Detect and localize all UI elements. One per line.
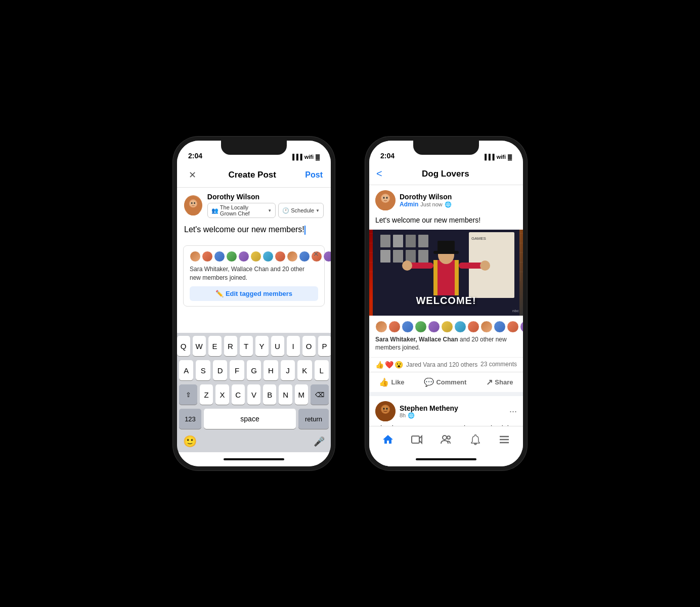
svg-point-38 xyxy=(386,408,388,410)
key-C[interactable]: C xyxy=(232,384,245,405)
post-text-area[interactable]: Let's welcome our new members! xyxy=(177,223,331,243)
time-left: 2:04 xyxy=(188,152,202,160)
share-label: Share xyxy=(495,378,513,386)
svg-rect-28 xyxy=(433,251,459,254)
keyboard-row-1: Q W E R T Y U I O P xyxy=(179,336,329,356)
dropdown-arrow: ▼ xyxy=(268,208,272,213)
key-B[interactable]: B xyxy=(263,384,276,405)
edit-members-label: Edit tagged members xyxy=(226,290,292,297)
schedule-label: Schedule xyxy=(291,207,314,213)
action-row: 👍 Like 💬 Comment ↗ Share xyxy=(369,372,523,392)
key-X[interactable]: X xyxy=(215,384,229,405)
key-F[interactable]: F xyxy=(230,360,244,380)
svg-rect-39 xyxy=(412,436,419,443)
members-close-button[interactable]: ✕ xyxy=(313,250,319,258)
svg-rect-27 xyxy=(438,241,455,252)
post-1-avatar xyxy=(375,190,396,210)
key-G[interactable]: G xyxy=(247,360,261,380)
nav-video[interactable] xyxy=(407,429,427,450)
key-D[interactable]: D xyxy=(213,360,227,380)
key-E[interactable]: E xyxy=(208,336,222,356)
post-2-meta: Stephen Metheny 8h 🌐 xyxy=(400,404,505,419)
like-button[interactable]: 👍 Like xyxy=(374,374,409,390)
members-avatars: ••• xyxy=(190,251,318,262)
member-avatar-7 xyxy=(262,251,274,262)
key-Q[interactable]: Q xyxy=(177,336,190,356)
key-W[interactable]: W xyxy=(193,336,206,356)
key-U[interactable]: U xyxy=(271,336,284,356)
feed-header: < Dog Lovers xyxy=(369,163,523,185)
keyboard-row-2: A S D F G H J K L xyxy=(179,360,329,380)
group-tag[interactable]: 👥 The Locally Grown Chef ▼ xyxy=(207,203,276,218)
post-time: Just now xyxy=(420,201,442,207)
close-button[interactable]: ✕ xyxy=(185,168,199,182)
key-J[interactable]: J xyxy=(281,360,295,380)
group-icon: 👥 xyxy=(211,207,218,214)
status-icons-right: ▐▐▐ wifi ▓ xyxy=(483,154,512,160)
edit-members-button[interactable]: ✏️ Edit tagged members xyxy=(190,286,318,301)
post-button[interactable]: Post xyxy=(305,170,323,180)
key-L[interactable]: L xyxy=(315,360,329,380)
key-N[interactable]: N xyxy=(279,384,292,405)
schedule-tag[interactable]: 🕐 Schedule ▼ xyxy=(278,203,324,218)
space-key[interactable]: space xyxy=(204,409,296,429)
signal-icon-right: ▐▐▐ xyxy=(483,154,494,160)
pencil-icon: ✏️ xyxy=(215,290,224,297)
nav-group[interactable] xyxy=(436,429,456,450)
key-A[interactable]: A xyxy=(179,360,193,380)
group-name: The Locally Grown Chef xyxy=(220,204,266,216)
key-T[interactable]: T xyxy=(240,336,253,356)
key-M[interactable]: M xyxy=(295,384,308,405)
keyboard-row-4: 123 space return xyxy=(179,409,329,429)
key-K[interactable]: K xyxy=(297,360,312,380)
reactions-row: 👍 ❤️ 😮 Jared Vara and 120 others 23 comm… xyxy=(369,358,523,372)
nav-home[interactable] xyxy=(378,429,398,450)
nav-bell[interactable] xyxy=(465,429,486,450)
key-O[interactable]: O xyxy=(302,336,316,356)
key-V[interactable]: V xyxy=(247,384,260,405)
globe-icon-2: 🌐 xyxy=(408,412,415,419)
key-H[interactable]: H xyxy=(264,360,278,380)
wifi-icon-right: wifi xyxy=(497,154,506,160)
share-button[interactable]: ↗ Share xyxy=(481,374,518,390)
admin-badge: Admin xyxy=(400,201,418,208)
post-1-body: Let's welcome our new members! xyxy=(369,215,523,230)
nav-menu[interactable] xyxy=(494,429,514,450)
author-tags: 👥 The Locally Grown Chef ▼ 🕐 Schedule ▼ xyxy=(207,203,324,218)
emoji-button[interactable]: 🙂 xyxy=(183,435,197,448)
video-icon xyxy=(411,433,423,446)
mini-av-5 xyxy=(428,321,440,333)
key-R[interactable]: R xyxy=(224,336,237,356)
key-S[interactable]: S xyxy=(196,360,210,380)
phone-right: 2:04 ▐▐▐ wifi ▓ < Dog Lovers xyxy=(365,137,527,470)
key-I[interactable]: I xyxy=(287,336,300,356)
welcome-text: WELCOME! xyxy=(416,295,476,307)
member-avatar-4 xyxy=(226,251,237,262)
share-icon: ↗ xyxy=(486,377,493,387)
author-info: Dorothy Wilson 👥 The Locally Grown Chef … xyxy=(207,193,324,218)
more-options-button[interactable]: ··· xyxy=(509,406,517,417)
post-card-1: Dorothy Wilson Admin Just now 🌐 Let's we… xyxy=(369,185,523,392)
reaction-icons: 👍 ❤️ 😮 Jared Vara and 120 others xyxy=(375,361,477,369)
key-Y[interactable]: Y xyxy=(255,336,269,356)
back-button[interactable]: < xyxy=(376,168,382,180)
shift-key[interactable]: ⇧ xyxy=(179,384,197,405)
signal-icon: ▐▐▐ xyxy=(290,154,302,160)
num-key[interactable]: 123 xyxy=(179,409,201,429)
key-Z[interactable]: Z xyxy=(200,384,213,405)
microphone-button[interactable]: 🎤 xyxy=(314,436,325,447)
svg-rect-25 xyxy=(455,260,459,295)
feed-scroll: Dorothy Wilson Admin Just now 🌐 Let's we… xyxy=(369,185,523,426)
time-right: 2:04 xyxy=(380,152,395,160)
delete-key[interactable]: ⌫ xyxy=(311,384,329,405)
member-avatar-8 xyxy=(275,251,286,262)
comment-button[interactable]: 💬 Comment xyxy=(419,374,471,390)
key-P[interactable]: P xyxy=(318,336,331,356)
text-cursor xyxy=(304,226,305,235)
post-2-header: Stephen Metheny 8h 🌐 ··· xyxy=(369,396,523,424)
return-key[interactable]: return xyxy=(298,409,329,429)
menu-icon xyxy=(498,433,510,446)
like-icon: 👍 xyxy=(379,377,389,387)
svg-text:GAMES: GAMES xyxy=(471,236,486,241)
svg-point-37 xyxy=(383,408,385,410)
